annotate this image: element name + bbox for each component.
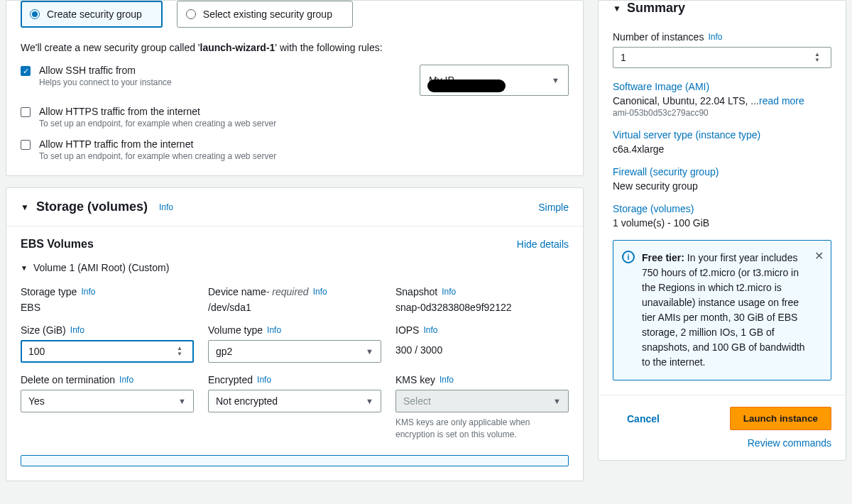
number-stepper[interactable]: ▲▼ bbox=[173, 346, 186, 357]
dot-select[interactable]: Yes ▼ bbox=[21, 390, 194, 412]
kms-select: Select ▼ bbox=[395, 390, 569, 412]
info-link[interactable]: Info bbox=[81, 287, 95, 297]
select-sg-label: Select existing security group bbox=[203, 9, 332, 20]
volume-type-value: gp2 bbox=[216, 346, 232, 357]
storage-panel: ▼ Storage (volumes) Info Simple EBS Volu… bbox=[6, 187, 584, 481]
storage-title: Storage (volumes) bbox=[36, 199, 148, 214]
chevron-down-icon: ▼ bbox=[178, 397, 186, 405]
info-circle-icon: i bbox=[622, 251, 635, 263]
info-link[interactable]: Info bbox=[423, 325, 437, 335]
summary-fw-value: New security group bbox=[613, 180, 831, 192]
create-sg-label: Create security group bbox=[47, 9, 142, 20]
allow-ssh-help: Helps you connect to your instance bbox=[39, 77, 403, 87]
ebs-title: EBS Volumes bbox=[21, 238, 94, 251]
iops-value: 300 / 3000 bbox=[395, 340, 569, 356]
storage-info-link[interactable]: Info bbox=[159, 202, 173, 212]
chevron-down-icon: ▼ bbox=[552, 76, 559, 84]
launch-instance-button[interactable]: Launch instance bbox=[730, 407, 831, 430]
chevron-down-icon: ▼ bbox=[366, 347, 373, 356]
dot-label: Delete on termination bbox=[21, 374, 115, 385]
allow-http-checkbox[interactable] bbox=[21, 140, 31, 150]
sg-radio-row: Create security group Select existing se… bbox=[21, 1, 569, 28]
info-link[interactable]: Info bbox=[442, 287, 456, 297]
volume-title-row[interactable]: ▼ Volume 1 (AMI Root) (Custom) bbox=[21, 262, 569, 273]
number-stepper[interactable]: ▲▼ bbox=[811, 52, 824, 63]
iops-label: IOPS bbox=[395, 324, 419, 336]
close-icon[interactable]: ✕ bbox=[814, 248, 824, 265]
allow-http-help: To set up an endpoint, for example when … bbox=[39, 151, 569, 161]
summary-header: ▼ Summary bbox=[599, 1, 846, 24]
storage-type-label: Storage type bbox=[21, 286, 77, 297]
volume-title: Volume 1 (AMI Root) (Custom) bbox=[33, 262, 169, 273]
info-link[interactable]: Info bbox=[708, 32, 722, 42]
volume-1-block: ▼ Volume 1 (AMI Root) (Custom) Storage t… bbox=[6, 262, 583, 481]
summary-ami-id: ami-053b0d53c279acc90 bbox=[613, 108, 831, 118]
ssh-source-select[interactable]: My IP ▼ bbox=[420, 65, 569, 96]
security-group-panel: Create security group Select existing se… bbox=[6, 0, 584, 176]
info-link[interactable]: Info bbox=[313, 287, 327, 297]
volume-type-label: Volume type bbox=[208, 324, 263, 336]
create-sg-radio[interactable]: Create security group bbox=[21, 1, 163, 28]
allow-https-checkbox[interactable] bbox=[21, 107, 31, 117]
kms-key-field: KMS key Info Select ▼ KMS keys are only … bbox=[395, 374, 569, 441]
num-instances-label: Number of instances bbox=[613, 31, 704, 43]
num-instances-input[interactable]: 1 ▲▼ bbox=[613, 47, 831, 68]
size-value: 100 bbox=[28, 346, 45, 357]
storage-simple-link[interactable]: Simple bbox=[538, 202, 569, 213]
delete-on-termination-field: Delete on termination Info Yes ▼ bbox=[21, 374, 194, 441]
encrypted-value: Not encrypted bbox=[216, 395, 278, 407]
allow-http-row: Allow HTTP traffic from the internet To … bbox=[21, 138, 569, 161]
summary-ami-heading[interactable]: Software Image (AMI) bbox=[613, 81, 831, 92]
allow-ssh-checkbox[interactable] bbox=[21, 66, 31, 76]
info-link[interactable]: Info bbox=[267, 325, 281, 335]
redaction-mark bbox=[427, 80, 506, 92]
summary-instance-type: Virtual server type (instance type) c6a.… bbox=[613, 129, 831, 155]
ebs-volumes-header: EBS Volumes Hide details bbox=[6, 226, 583, 262]
encrypted-field: Encrypted Info Not encrypted ▼ bbox=[208, 374, 381, 441]
storage-type-field: Storage type Info EBS bbox=[21, 286, 194, 313]
hide-details-link[interactable]: Hide details bbox=[517, 239, 569, 250]
read-more-link[interactable]: read more bbox=[759, 95, 804, 106]
summary-actions: Cancel Launch instance Review commands bbox=[599, 395, 846, 460]
collapse-triangle-icon[interactable]: ▼ bbox=[21, 202, 29, 212]
free-tier-bold: Free tier: bbox=[642, 252, 684, 263]
device-name-label: Device name bbox=[208, 286, 266, 297]
kms-label: KMS key bbox=[395, 374, 435, 385]
cancel-button[interactable]: Cancel bbox=[627, 413, 660, 424]
allow-https-help: To set up an endpoint, for example when … bbox=[39, 119, 569, 128]
snapshot-field: Snapshot Info snap-0d3283808e9f92122 bbox=[395, 286, 569, 313]
select-existing-sg-radio[interactable]: Select existing security group bbox=[177, 1, 353, 28]
info-link[interactable]: Info bbox=[119, 375, 133, 385]
size-input[interactable]: 100 ▲▼ bbox=[21, 340, 194, 363]
summary-itype-heading[interactable]: Virtual server type (instance type) bbox=[613, 129, 831, 141]
info-link[interactable]: Info bbox=[439, 375, 454, 385]
iops-field: IOPS Info 300 / 3000 bbox=[395, 324, 569, 363]
volume-type-select[interactable]: gp2 ▼ bbox=[208, 340, 381, 363]
kms-value: Select bbox=[403, 395, 431, 407]
free-tier-text: In your first year includes 750 hours of… bbox=[642, 252, 805, 368]
size-label: Size (GiB) bbox=[21, 324, 66, 336]
summary-firewall: Firewall (security group) New security g… bbox=[613, 166, 831, 192]
review-commands-link[interactable]: Review commands bbox=[748, 437, 831, 449]
size-field: Size (GiB) Info 100 ▲▼ bbox=[21, 324, 194, 363]
device-name-field: Device name - required Info /dev/sda1 bbox=[208, 286, 381, 313]
truncated-callout bbox=[21, 455, 569, 466]
allow-ssh-row: Allow SSH traffic from Helps you connect… bbox=[21, 65, 569, 96]
storage-header: ▼ Storage (volumes) Info Simple bbox=[6, 188, 583, 226]
summary-storage-heading[interactable]: Storage (volumes) bbox=[613, 203, 831, 214]
kms-help: KMS keys are only applicable when encryp… bbox=[395, 417, 569, 441]
chevron-down-icon: ▼ bbox=[553, 397, 561, 405]
info-link[interactable]: Info bbox=[70, 325, 84, 335]
device-name-value: /dev/sda1 bbox=[208, 302, 381, 313]
summary-ami: Software Image (AMI) Canonical, Ubuntu, … bbox=[613, 81, 831, 118]
summary-storage-value: 1 volume(s) - 100 GiB bbox=[613, 217, 831, 229]
num-instances-value: 1 bbox=[621, 52, 626, 63]
collapse-triangle-icon[interactable]: ▼ bbox=[613, 4, 621, 13]
allow-https-label: Allow HTTPS traffic from the internet bbox=[39, 106, 569, 117]
volume-type-field: Volume type Info gp2 ▼ bbox=[208, 324, 381, 363]
info-link[interactable]: Info bbox=[257, 375, 271, 385]
encrypted-select[interactable]: Not encrypted ▼ bbox=[208, 390, 381, 412]
summary-storage: Storage (volumes) 1 volume(s) - 100 GiB bbox=[613, 203, 831, 229]
summary-fw-heading[interactable]: Firewall (security group) bbox=[613, 166, 831, 177]
free-tier-callout: i ✕ Free tier: In your first year includ… bbox=[613, 240, 831, 380]
